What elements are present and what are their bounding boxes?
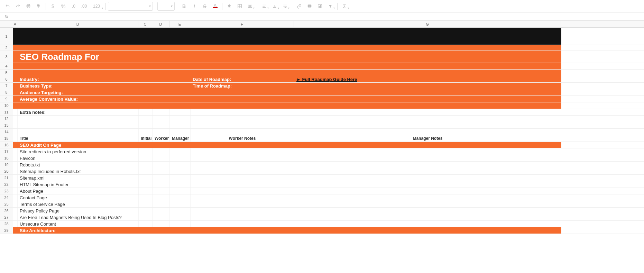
cell[interactable] — [139, 109, 153, 115]
section-arch-label[interactable]: Site Architecture — [18, 227, 139, 234]
cell[interactable] — [13, 155, 18, 161]
cell[interactable] — [139, 70, 153, 76]
borders-button[interactable] — [235, 2, 245, 11]
cell[interactable] — [153, 89, 170, 95]
cell[interactable] — [191, 142, 294, 148]
row-header[interactable]: 27 — [0, 214, 13, 220]
column-header[interactable]: F — [190, 21, 294, 27]
row-header[interactable]: 22 — [0, 181, 13, 188]
cell[interactable] — [170, 194, 191, 201]
audit-item[interactable]: Contact Page — [18, 194, 139, 201]
cell[interactable] — [139, 89, 153, 95]
cell[interactable] — [139, 208, 153, 214]
paint-format-button[interactable] — [34, 2, 44, 11]
cell[interactable] — [139, 201, 153, 207]
cell[interactable] — [139, 129, 153, 135]
cell[interactable] — [18, 45, 139, 51]
cell[interactable] — [170, 201, 191, 207]
avg-conversion-label[interactable]: Average Conversion Value: — [18, 96, 139, 102]
cell[interactable] — [294, 227, 561, 234]
cell[interactable] — [170, 122, 191, 128]
cell[interactable] — [153, 70, 170, 76]
cell[interactable] — [191, 162, 294, 168]
row-header[interactable]: 15 — [0, 135, 13, 142]
currency-button[interactable]: $ — [48, 2, 58, 11]
filter-button[interactable] — [325, 2, 335, 11]
audit-item[interactable]: Privacy Policy Page — [18, 208, 139, 214]
cell[interactable] — [170, 109, 191, 115]
cell[interactable] — [294, 142, 561, 148]
cell[interactable]: ► Full Roadmap Guide Here — [294, 76, 561, 82]
cell[interactable] — [153, 109, 170, 115]
cell[interactable] — [153, 155, 170, 161]
time-of-roadmap-label[interactable]: Time of Roadmap: — [191, 83, 294, 89]
page-title[interactable]: SEO Roadmap For — [18, 51, 139, 63]
cell[interactable] — [170, 227, 191, 234]
cell[interactable] — [170, 76, 191, 82]
cell[interactable] — [170, 63, 191, 69]
audit-item[interactable]: Favicon — [18, 155, 139, 161]
row-header[interactable]: 4 — [0, 63, 13, 69]
cell[interactable] — [191, 129, 294, 135]
cell[interactable] — [153, 188, 170, 194]
cell[interactable] — [294, 96, 561, 102]
cell[interactable] — [170, 83, 191, 89]
cell[interactable] — [18, 102, 139, 109]
cell[interactable] — [294, 148, 561, 155]
cell[interactable] — [191, 116, 294, 122]
cell[interactable] — [13, 70, 18, 76]
cell[interactable] — [139, 181, 153, 188]
cell[interactable] — [170, 116, 191, 122]
cell[interactable] — [139, 28, 153, 45]
cell[interactable] — [13, 181, 18, 188]
cell[interactable] — [191, 45, 294, 51]
row-header[interactable]: 29 — [0, 227, 13, 234]
vertical-align-button[interactable] — [270, 2, 279, 11]
cell[interactable] — [294, 181, 561, 188]
audit-item[interactable]: Unsecure Content — [18, 221, 139, 227]
col-worker[interactable]: Worker — [153, 135, 170, 142]
functions-button[interactable]: Σ — [340, 2, 349, 11]
row-header[interactable]: 17 — [0, 148, 13, 155]
font-size-select[interactable] — [157, 2, 175, 11]
audit-item[interactable]: Site redirects to perferred version — [18, 148, 139, 155]
cell[interactable] — [139, 148, 153, 155]
cell[interactable] — [13, 96, 18, 102]
cell[interactable] — [191, 155, 294, 161]
audit-item[interactable]: Are Free Lead Magnets Being Used In Blog… — [18, 214, 139, 220]
audit-item[interactable]: Robots.txt — [18, 162, 139, 168]
strikethrough-button[interactable]: S — [200, 2, 210, 11]
row-header[interactable]: 16 — [0, 142, 13, 148]
cell[interactable] — [153, 148, 170, 155]
cell[interactable] — [139, 122, 153, 128]
row-header[interactable]: 9 — [0, 96, 13, 102]
col-manager[interactable]: Manager — [170, 135, 191, 142]
row-header[interactable]: 23 — [0, 188, 13, 194]
cell[interactable] — [191, 181, 294, 188]
cell[interactable] — [191, 188, 294, 194]
cell[interactable] — [139, 162, 153, 168]
cell[interactable] — [13, 76, 18, 82]
cell[interactable] — [18, 122, 139, 128]
cell[interactable] — [191, 214, 294, 220]
cell[interactable] — [191, 194, 294, 201]
cell[interactable] — [191, 28, 294, 45]
cell[interactable] — [139, 51, 153, 63]
cell[interactable] — [294, 201, 561, 207]
column-header[interactable]: B — [17, 21, 138, 27]
row-header[interactable]: 10 — [0, 102, 13, 109]
row-header[interactable]: 8 — [0, 89, 13, 95]
cell[interactable] — [13, 102, 18, 109]
print-button[interactable] — [24, 2, 33, 11]
row-header[interactable]: 25 — [0, 201, 13, 207]
cell[interactable] — [170, 175, 191, 181]
cell[interactable] — [191, 51, 294, 63]
cell[interactable] — [139, 227, 153, 234]
audience-targeting-label[interactable]: Audience Targeting: — [18, 89, 139, 95]
select-all-corner[interactable] — [0, 21, 13, 27]
cell[interactable] — [294, 188, 561, 194]
cell[interactable] — [18, 129, 139, 135]
cell[interactable] — [191, 168, 294, 174]
cell[interactable] — [153, 175, 170, 181]
cell[interactable] — [191, 208, 294, 214]
